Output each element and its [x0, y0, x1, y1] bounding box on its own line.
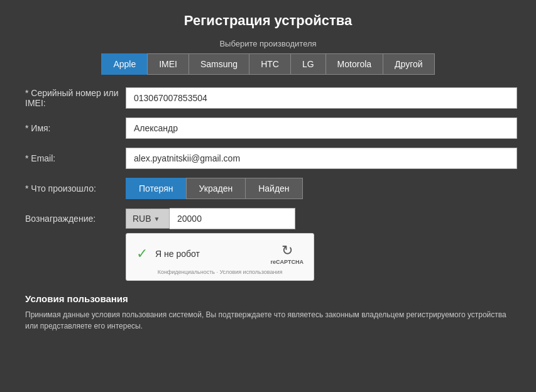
- captcha-logo: ↻ reCAPTCHA: [270, 242, 304, 265]
- email-row: * Email:: [19, 148, 517, 169]
- captcha-check-area: ✓ Я не робот: [136, 246, 200, 262]
- event-found[interactable]: Найден: [245, 178, 302, 199]
- recaptcha-icon: ↻: [282, 242, 293, 259]
- captcha-footer: Конфиденциальность · Условия использован…: [136, 269, 304, 275]
- manufacturer-label: Выберите производителя: [19, 39, 517, 48]
- captcha-label: Я не робот: [155, 249, 200, 259]
- event-row: * Что произошло: Потерян Украден Найден: [19, 178, 517, 199]
- terms-title: Условия пользования: [25, 293, 511, 304]
- chevron-down-icon: ▼: [154, 215, 160, 222]
- reward-input[interactable]: [170, 208, 295, 229]
- tab-samsung[interactable]: Samsung: [189, 53, 249, 75]
- terms-section: Условия пользования Принимая данные усло…: [19, 293, 517, 332]
- tabs-row: Apple IMEI Samsung HTC LG Motorola Друго…: [19, 53, 517, 75]
- captcha-checkmark-icon: ✓: [136, 246, 148, 262]
- email-label: * Email:: [19, 153, 126, 163]
- captcha-box[interactable]: ✓ Я не робот ↻ reCAPTCHA Конфиденциально…: [126, 233, 314, 281]
- reward-label: Вознаграждение:: [19, 214, 126, 224]
- tab-apple[interactable]: Apple: [101, 53, 147, 75]
- captcha-branding: reCAPTCHA: [270, 259, 304, 265]
- event-lost[interactable]: Потерян: [126, 178, 186, 199]
- form-section: * Серийный номер или IMEI: * Имя: * Emai…: [19, 87, 517, 229]
- reward-row: Вознаграждение: RUB ▼: [19, 208, 517, 229]
- serial-row: * Серийный номер или IMEI:: [19, 87, 517, 109]
- name-label: * Имя:: [19, 123, 126, 133]
- email-input[interactable]: [126, 148, 517, 169]
- page-title: Регистрация устройства: [19, 13, 517, 29]
- tab-motorola[interactable]: Motorola: [325, 53, 383, 75]
- terms-text: Принимая данные условия пользования сист…: [25, 309, 511, 332]
- tab-imei[interactable]: IMEI: [147, 53, 189, 75]
- currency-select[interactable]: RUB ▼: [126, 209, 170, 229]
- event-stolen[interactable]: Украден: [186, 178, 246, 199]
- event-radio-group: Потерян Украден Найден: [126, 178, 303, 199]
- currency-value: RUB: [133, 214, 151, 224]
- tab-htc[interactable]: HTC: [249, 53, 290, 75]
- captcha-main: ✓ Я не робот ↻ reCAPTCHA: [136, 242, 304, 265]
- captcha-container: ✓ Я не робот ↻ reCAPTCHA Конфиденциально…: [126, 233, 517, 281]
- name-input[interactable]: [126, 117, 517, 139]
- serial-input[interactable]: [126, 87, 517, 109]
- tab-lg[interactable]: LG: [290, 53, 325, 75]
- serial-label: * Серийный номер или IMEI:: [19, 88, 126, 108]
- page-container: Регистрация устройства Выберите производ…: [0, 0, 536, 392]
- event-label: * Что произошло:: [19, 183, 126, 193]
- name-row: * Имя:: [19, 117, 517, 139]
- tab-other[interactable]: Другой: [383, 53, 435, 75]
